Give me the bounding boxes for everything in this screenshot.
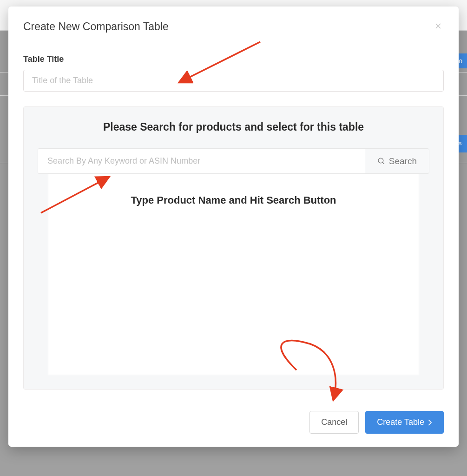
table-title-input[interactable] [23, 70, 444, 92]
svg-point-0 [460, 143, 461, 145]
modal-title: Create New Comparison Table [23, 20, 169, 33]
search-icon [377, 157, 385, 165]
create-comparison-modal: Create New Comparison Table Table Title … [8, 7, 459, 447]
create-table-button-label: Create Table [377, 417, 424, 427]
title-field-group: Table Title [23, 54, 444, 92]
product-search-input[interactable] [38, 148, 365, 174]
search-panel-heading: Please Search for products and select fo… [38, 121, 429, 133]
search-button-label: Search [389, 156, 417, 166]
svg-line-4 [382, 162, 384, 164]
product-search-panel: Please Search for products and select fo… [23, 106, 444, 390]
close-button[interactable] [433, 20, 444, 33]
title-field-label: Table Title [23, 54, 444, 64]
search-results-area: Type Product Name and Hit Search Button [48, 173, 419, 375]
cancel-button-label: Cancel [321, 417, 347, 427]
search-button[interactable]: Search [365, 148, 429, 174]
modal-header: Create New Comparison Table [23, 20, 444, 33]
cancel-button[interactable]: Cancel [309, 411, 359, 434]
create-table-button[interactable]: Create Table [365, 411, 444, 434]
close-icon [434, 22, 442, 30]
modal-footer: Cancel Create Table [23, 411, 444, 434]
results-prompt: Type Product Name and Hit Search Button [48, 194, 419, 206]
search-row: Search [38, 148, 429, 174]
chevron-right-icon [428, 419, 432, 426]
svg-point-3 [378, 158, 383, 163]
